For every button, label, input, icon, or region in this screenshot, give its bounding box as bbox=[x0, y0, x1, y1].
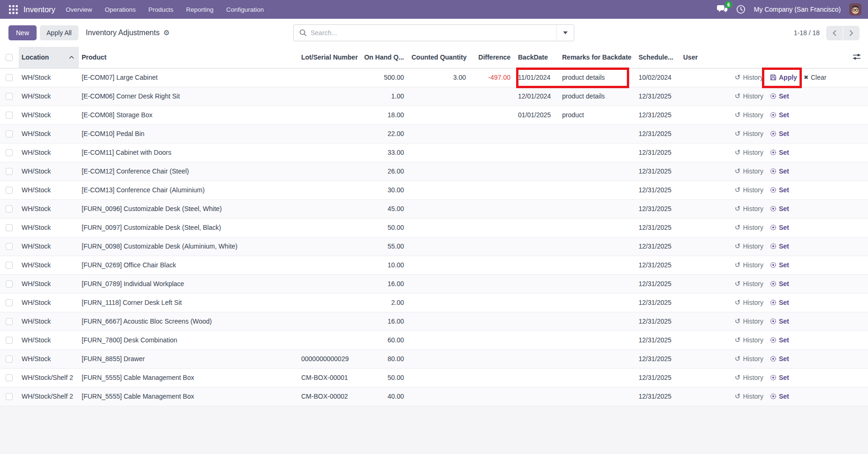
set-button[interactable]: Set bbox=[770, 130, 789, 137]
table-row[interactable]: WH/Stock [E-COM11] Cabinet with Doors 33… bbox=[0, 143, 868, 162]
history-button[interactable]: ↺ History bbox=[728, 374, 763, 381]
gear-icon[interactable]: ⚙ bbox=[163, 29, 169, 37]
table-row[interactable]: WH/Stock [FURN_0097] Customizable Desk (… bbox=[0, 218, 868, 237]
row-checkbox[interactable] bbox=[6, 299, 13, 306]
row-checkbox[interactable] bbox=[6, 112, 13, 119]
set-button[interactable]: Set bbox=[770, 393, 789, 400]
row-checkbox[interactable] bbox=[6, 187, 13, 194]
set-button[interactable]: Set bbox=[770, 374, 789, 381]
row-checkbox[interactable] bbox=[6, 224, 13, 231]
select-all-checkbox[interactable] bbox=[6, 54, 13, 61]
table-row[interactable]: WH/Stock [E-COM08] Storage Box 18.00 01/… bbox=[0, 106, 868, 124]
menu-operations[interactable]: Operations bbox=[105, 6, 136, 13]
history-button[interactable]: ↺ History bbox=[728, 92, 763, 100]
row-checkbox[interactable] bbox=[6, 393, 13, 400]
history-button[interactable]: ↺ History bbox=[728, 242, 763, 250]
set-button[interactable]: Set bbox=[770, 149, 789, 156]
set-button[interactable]: Set bbox=[770, 280, 789, 288]
history-button[interactable]: ↺ History bbox=[728, 205, 763, 212]
history-button[interactable]: ↺ History bbox=[728, 355, 763, 363]
history-button[interactable]: ↺ History bbox=[728, 299, 763, 306]
table-row[interactable]: WH/Stock [FURN_8855] Drawer 000000000002… bbox=[0, 349, 868, 368]
column-header-scheduled[interactable]: Schedule... bbox=[636, 47, 680, 68]
table-row[interactable]: WH/Stock [FURN_0789] Individual Workplac… bbox=[0, 274, 868, 293]
row-checkbox[interactable] bbox=[6, 149, 13, 156]
set-button[interactable]: Set bbox=[770, 205, 789, 212]
column-header-product[interactable]: Product bbox=[79, 47, 298, 68]
row-checkbox[interactable] bbox=[6, 318, 13, 325]
new-button[interactable]: New bbox=[8, 25, 37, 40]
pager-next-button[interactable] bbox=[843, 26, 860, 40]
table-row[interactable]: WH/Stock [FURN_0269] Office Chair Black … bbox=[0, 256, 868, 274]
company-switcher[interactable]: My Company (San Francisco) bbox=[754, 6, 841, 13]
set-button[interactable]: Set bbox=[770, 92, 789, 100]
set-button[interactable]: Set bbox=[770, 318, 789, 325]
table-row[interactable]: WH/Stock [FURN_1118] Corner Desk Left Si… bbox=[0, 293, 868, 312]
history-button[interactable]: ↺ History bbox=[728, 111, 763, 119]
row-checkbox[interactable] bbox=[6, 93, 13, 100]
row-checkbox[interactable] bbox=[6, 130, 13, 137]
table-row[interactable]: WH/Stock [FURN_7800] Desk Combination 60… bbox=[0, 331, 868, 349]
row-checkbox[interactable] bbox=[6, 205, 13, 212]
search-dropdown-toggle[interactable] bbox=[556, 25, 574, 41]
user-avatar[interactable] bbox=[849, 3, 861, 15]
history-button[interactable]: ↺ History bbox=[728, 280, 763, 288]
set-button[interactable]: Set bbox=[770, 186, 789, 194]
pager-previous-button[interactable] bbox=[826, 26, 843, 40]
row-checkbox[interactable] bbox=[6, 243, 13, 250]
history-button[interactable]: ↺ History bbox=[728, 261, 763, 269]
activities-clock-icon[interactable] bbox=[736, 5, 746, 14]
apply-button[interactable]: Apply bbox=[770, 74, 797, 81]
menu-overview[interactable]: Overview bbox=[66, 6, 92, 13]
column-header-on-hand[interactable]: On Hand Q... bbox=[359, 47, 409, 68]
history-button[interactable]: ↺ History bbox=[728, 393, 763, 400]
row-checkbox[interactable] bbox=[6, 280, 13, 288]
search-input[interactable] bbox=[307, 29, 556, 37]
table-row[interactable]: WH/Stock/Shelf 2 [FURN_5555] Cable Manag… bbox=[0, 368, 868, 387]
column-header-location[interactable]: Location bbox=[19, 47, 79, 68]
row-checkbox[interactable] bbox=[6, 74, 13, 81]
history-button[interactable]: ↺ History bbox=[728, 186, 763, 194]
app-name[interactable]: Inventory bbox=[23, 5, 55, 14]
column-header-difference[interactable]: Difference bbox=[471, 47, 515, 68]
set-button[interactable]: Set bbox=[770, 299, 789, 306]
set-button[interactable]: Set bbox=[770, 224, 789, 231]
menu-reporting[interactable]: Reporting bbox=[186, 6, 213, 13]
table-row[interactable]: WH/Stock [FURN_6667] Acoustic Bloc Scree… bbox=[0, 312, 868, 331]
column-header-counted[interactable]: Counted Quantity bbox=[409, 47, 471, 68]
column-header-remarks[interactable]: Remarks for Backdate bbox=[559, 47, 636, 68]
optional-columns-icon[interactable] bbox=[852, 53, 861, 61]
table-row[interactable]: WH/Stock/Shelf 2 [FURN_5555] Cable Manag… bbox=[0, 387, 868, 406]
row-checkbox[interactable] bbox=[6, 337, 13, 344]
set-button[interactable]: Set bbox=[770, 242, 789, 250]
apps-grid-icon[interactable] bbox=[7, 3, 20, 16]
column-header-lot[interactable]: Lot/Serial Number bbox=[298, 47, 359, 68]
table-row[interactable]: WH/Stock [E-COM13] Conference Chair (Alu… bbox=[0, 181, 868, 199]
table-row[interactable]: WH/Stock [FURN_0096] Customizable Desk (… bbox=[0, 199, 868, 218]
history-button[interactable]: ↺ History bbox=[728, 149, 763, 156]
table-row[interactable]: WH/Stock [E-COM12] Conference Chair (Ste… bbox=[0, 162, 868, 181]
apply-all-button[interactable]: Apply All bbox=[40, 25, 78, 40]
row-checkbox[interactable] bbox=[6, 356, 13, 363]
table-row[interactable]: WH/Stock [FURN_0098] Customizable Desk (… bbox=[0, 237, 868, 256]
history-button[interactable]: ↺ History bbox=[728, 130, 763, 137]
history-button[interactable]: ↺ History bbox=[728, 318, 763, 325]
column-header-backdate[interactable]: BackDate bbox=[515, 47, 559, 68]
set-button[interactable]: Set bbox=[770, 167, 789, 175]
row-checkbox[interactable] bbox=[6, 374, 13, 381]
history-button[interactable]: ↺ History bbox=[728, 336, 763, 344]
set-button[interactable]: Set bbox=[770, 336, 789, 344]
messages-button[interactable]: 6 bbox=[717, 5, 728, 14]
row-checkbox[interactable] bbox=[6, 262, 13, 269]
table-row[interactable]: WH/Stock [E-COM10] Pedal Bin 22.00 12/31… bbox=[0, 124, 868, 143]
history-button[interactable]: ↺ History bbox=[728, 74, 763, 81]
clear-button[interactable]: ✖ Clear bbox=[804, 74, 827, 81]
set-button[interactable]: Set bbox=[770, 111, 789, 119]
table-row[interactable]: WH/Stock [E-COM06] Corner Desk Right Sit… bbox=[0, 87, 868, 106]
set-button[interactable]: Set bbox=[770, 355, 789, 363]
table-row[interactable]: WH/Stock [E-COM07] Large Cabinet 500.00 … bbox=[0, 68, 868, 87]
column-header-user[interactable]: User bbox=[680, 47, 725, 68]
set-button[interactable]: Set bbox=[770, 261, 789, 269]
menu-configuration[interactable]: Configuration bbox=[226, 6, 264, 13]
menu-products[interactable]: Products bbox=[148, 6, 173, 13]
